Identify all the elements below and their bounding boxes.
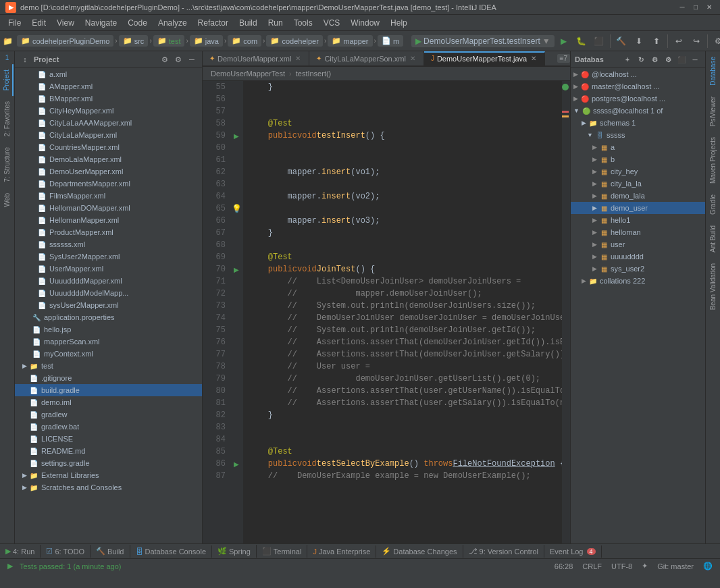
- menu-tools[interactable]: Tools: [288, 17, 318, 29]
- tab-close-java[interactable]: ✕: [530, 54, 538, 63]
- build-button[interactable]: 🔨: [613, 33, 629, 49]
- db-sssss-localhost[interactable]: ▼ 🟢 sssss@localhost 1 of: [571, 105, 705, 117]
- left-tab-web[interactable]: Web: [1, 188, 13, 212]
- db-refresh-btn[interactable]: ↻: [635, 53, 647, 65]
- debug-button[interactable]: 🐛: [573, 33, 590, 49]
- stop-button[interactable]: ⬛: [591, 33, 607, 49]
- breadcrumb-mapper[interactable]: 📁mapper: [328, 35, 372, 47]
- code-area[interactable]: } @Test public void testInsert() { mappe…: [243, 81, 562, 543]
- gutter-bulb-65[interactable]: 💡: [230, 203, 243, 215]
- tree-item-a-xml[interactable]: 📄 a.xml: [15, 68, 202, 80]
- breadcrumb-codehelper[interactable]: 📁codehelper: [266, 35, 322, 47]
- status-crlf[interactable]: CRLF: [580, 562, 604, 571]
- status-pass-text[interactable]: Tests passed: 1 (a minute ago): [18, 562, 123, 571]
- tree-item-films[interactable]: 📄 FilmsMapper.xml: [15, 190, 202, 202]
- menu-window[interactable]: Window: [345, 17, 385, 29]
- db-table-city-hey[interactable]: ▶ ▦ city_hey: [571, 165, 705, 178]
- tree-item-build-gradle[interactable]: 📄 build.gradle: [15, 384, 202, 396]
- breadcrumb-m[interactable]: 📄m: [378, 35, 403, 47]
- tab-close-xml[interactable]: ✕: [294, 54, 302, 63]
- right-tab-maven[interactable]: Maven Projects: [707, 132, 719, 189]
- db-schemas[interactable]: ▶ 📁 schemas 1: [571, 117, 705, 129]
- breadcrumb-src[interactable]: 📁src: [119, 35, 149, 47]
- bottom-tab-run[interactable]: ▶ 4: Run: [0, 545, 41, 558]
- tab-demousermappertest-java[interactable]: J DemoUserMapperTest.java ✕: [424, 51, 545, 65]
- tree-item-license[interactable]: 📄 LICENSE: [15, 433, 202, 445]
- scroll-mark-error[interactable]: [562, 111, 569, 113]
- run-config-dropdown[interactable]: ▶ DemoUserMapperTest.testInsert ▼: [411, 35, 555, 47]
- status-position[interactable]: 66:28: [552, 562, 575, 571]
- tree-item-product[interactable]: 📄 ProductMapper.xml: [15, 226, 202, 238]
- tab-close-xml2[interactable]: ✕: [409, 54, 417, 63]
- tree-item-amapper-xml[interactable]: 📄 AMapper.xml: [15, 80, 202, 92]
- tree-item-uuuudddd[interactable]: 📄 UuuuddddMapper.xml: [15, 275, 202, 287]
- tree-item-departments[interactable]: 📄 DepartmentsMapper.xml: [15, 178, 202, 190]
- toolbar-project-btn[interactable]: 📁: [3, 33, 13, 49]
- status-encoding[interactable]: UTF-8: [609, 562, 634, 571]
- menu-vcs[interactable]: VCS: [318, 17, 346, 29]
- bottom-tab-terminal[interactable]: ⬛ Terminal: [257, 545, 308, 558]
- tree-item-scratches[interactable]: ▶ 📁 Scratches and Consoles: [15, 481, 202, 493]
- left-tab-structure[interactable]: 7: Structure: [1, 142, 13, 188]
- tree-item-hellojsp[interactable]: 📄 hello.jsp: [15, 323, 202, 336]
- db-master-localhost[interactable]: ▶ 🔴 master@localhost ...: [571, 80, 705, 92]
- panel-expand-btn[interactable]: ↕: [19, 53, 31, 65]
- redo-button[interactable]: ↪: [688, 33, 704, 49]
- breadcrumb-test[interactable]: 📁test: [153, 35, 185, 47]
- tree-item-usermapper[interactable]: 📄 UserMapper.xml: [15, 263, 202, 275]
- right-tab-psiviewer[interactable]: PsiViewer: [707, 91, 719, 132]
- status-network[interactable]: 🌐: [701, 561, 715, 571]
- db-stop-btn[interactable]: ⬛: [675, 53, 688, 65]
- breadcrumb-java[interactable]: 📁java: [190, 35, 223, 47]
- bottom-tab-dbconsole[interactable]: 🗄 Database Console: [130, 545, 213, 558]
- db-postgres-localhost[interactable]: ▶ 🔴 postgres@localhost ...: [571, 92, 705, 105]
- right-tab-database[interactable]: Database: [707, 51, 719, 91]
- menu-refactor[interactable]: Refactor: [192, 17, 234, 29]
- menu-analyze[interactable]: Analyze: [153, 17, 192, 29]
- db-table-a[interactable]: ▶ ▦ a: [571, 141, 705, 153]
- menu-file[interactable]: File: [3, 17, 26, 29]
- db-table-uuuudddd[interactable]: ▶ ▦ uuuudddd: [571, 250, 705, 263]
- right-tab-gradle[interactable]: Gradle: [707, 189, 719, 220]
- git-push-button[interactable]: ⬆: [648, 33, 665, 49]
- tree-item-test[interactable]: ▶ 📁 test: [15, 360, 202, 372]
- git-update-button[interactable]: ⬇: [631, 33, 647, 49]
- tree-item-helloman[interactable]: 📄 HellomanMapper.xml: [15, 214, 202, 226]
- bottom-tab-todo[interactable]: ☑ 6: TODO: [41, 545, 91, 558]
- settings-button[interactable]: ⚙: [711, 33, 720, 49]
- menu-help[interactable]: Help: [385, 17, 413, 29]
- close-button[interactable]: ✕: [704, 2, 715, 13]
- run-button[interactable]: ▶: [556, 33, 572, 49]
- tree-item-bmapper-xml[interactable]: 📄 BMapper.xml: [15, 92, 202, 105]
- panel-gear-btn[interactable]: ⚙: [172, 53, 184, 65]
- tree-item-gitignore[interactable]: 📄 .gitignore: [15, 372, 202, 384]
- tree-item-readme[interactable]: 📄 README.md: [15, 445, 202, 457]
- db-add-btn[interactable]: +: [621, 53, 634, 65]
- gutter-run-70[interactable]: ▶: [230, 263, 243, 275]
- status-git[interactable]: Git: master: [655, 562, 696, 571]
- tree-item-sysuser2[interactable]: 📄 SysUser2Mapper.xml: [15, 250, 202, 263]
- bottom-tab-eventlog[interactable]: Event Log 4: [544, 545, 602, 558]
- status-run-icon[interactable]: ▶: [5, 561, 15, 571]
- tree-item-gradlew[interactable]: 📄 gradlew: [15, 408, 202, 421]
- gutter-run-86[interactable]: ▶: [230, 458, 243, 470]
- tree-item-hellomando[interactable]: 📄 HellomanDOMapper.xml: [15, 202, 202, 214]
- menu-code[interactable]: Code: [122, 17, 153, 29]
- breadcrumb-file[interactable]: DemoUserMapperTest: [208, 69, 288, 78]
- db-hide-btn[interactable]: ─: [689, 53, 701, 65]
- scroll-mark-warn[interactable]: [562, 115, 569, 117]
- gutter-run-59[interactable]: ▶: [230, 130, 243, 142]
- menu-edit[interactable]: Edit: [26, 17, 51, 29]
- db-table-demo-lala[interactable]: ▶ ▦ demo_lala: [571, 190, 705, 202]
- right-tab-antbuild[interactable]: Ant Build: [707, 220, 719, 258]
- tree-item-mycontext[interactable]: 📄 myContext.xml: [15, 348, 202, 360]
- status-indent[interactable]: ✦: [640, 561, 650, 571]
- tree-item-gradlew-bat[interactable]: 📄 gradlew.bat: [15, 421, 202, 433]
- tree-item-app-properties[interactable]: 🔧 application.properties: [15, 311, 202, 323]
- bottom-tab-build[interactable]: 🔨 Build: [91, 545, 130, 558]
- db-table-demo-user[interactable]: ▶ ▦ demo_user: [571, 202, 705, 214]
- left-tab-1[interactable]: 1: [4, 51, 11, 64]
- left-tab-project[interactable]: Project: [1, 64, 14, 96]
- db-table-city-la-la[interactable]: ▶ ▦ city_la_la: [571, 178, 705, 190]
- bottom-tab-spring[interactable]: 🌿 Spring: [212, 545, 257, 558]
